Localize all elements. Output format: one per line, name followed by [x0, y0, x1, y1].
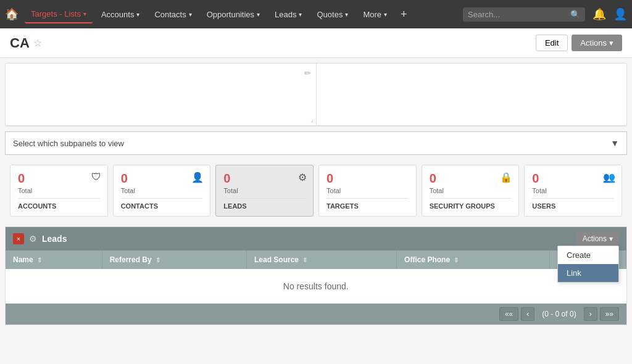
sort-icon[interactable]: ⇕ — [454, 257, 459, 263]
pagination-info: (0 - 0 of 0) — [537, 310, 581, 318]
chevron-down-icon: ▾ — [136, 11, 139, 18]
sort-icon[interactable]: ⇕ — [37, 257, 42, 263]
description-left-panel: ✏ ⌟ — [6, 64, 317, 125]
accounts-count: 0 — [18, 172, 100, 186]
nav-contacts[interactable]: Contacts ▾ — [148, 6, 198, 23]
subpanel-selector: Select which subpanels to view ▼ — [5, 131, 627, 155]
targets-count: 0 — [326, 172, 409, 186]
security-groups-count: 0 — [430, 172, 512, 186]
description-right-panel — [317, 64, 627, 125]
chevron-down-icon: ▾ — [257, 11, 260, 18]
leads-actions-button[interactable]: Actions ▾ — [576, 232, 619, 246]
close-icon: × — [17, 235, 20, 242]
pagination-prev-button[interactable]: ‹ — [521, 307, 534, 321]
shield-icon: 🛡 — [91, 172, 101, 183]
edit-pencil-icon[interactable]: ✏ — [304, 68, 311, 78]
col-referred-by: Referred By ⇕ — [102, 250, 246, 269]
subpanel-selector-label: Select which subpanels to view — [13, 139, 124, 148]
subpanel-cards-container: 🛡 0 Total ACCOUNTS 👤 0 Total CONTACTS ⚙ … — [5, 160, 627, 221]
accounts-card-name: ACCOUNTS — [18, 198, 100, 210]
chevron-down-icon: ▾ — [384, 11, 387, 18]
leads-gear-icon[interactable]: ⚙ — [29, 234, 37, 244]
nav-targets-lists[interactable]: Targets - Lists ▾ — [25, 6, 93, 23]
edit-button[interactable]: Edit — [536, 35, 568, 51]
card-targets[interactable]: 0 Total TARGETS — [318, 165, 417, 217]
targets-card-name: TARGETS — [326, 198, 409, 210]
gear-icon: ⚙ — [298, 172, 307, 183]
nav-quotes[interactable]: Quotes ▾ — [310, 6, 354, 23]
pagination-next-button[interactable]: › — [584, 307, 597, 321]
actions-button[interactable]: Actions ▾ — [572, 35, 622, 51]
no-results-message: No results found. — [6, 269, 626, 304]
page-header: CA ☆ Edit Actions ▾ — [0, 28, 632, 58]
users-card-name: USERS — [532, 198, 614, 210]
leads-table: Name ⇕ Referred By ⇕ Lead Source ⇕ Offic… — [6, 250, 626, 304]
search-input[interactable] — [468, 10, 567, 19]
contacts-count: 0 — [121, 172, 203, 186]
security-groups-total-label: Total — [430, 187, 512, 194]
dropdown-link[interactable]: Link — [558, 264, 618, 282]
search-bar: 🔍 — [463, 7, 585, 22]
nav-more[interactable]: More ▾ — [357, 6, 393, 23]
users-count: 0 — [532, 172, 614, 186]
nav-opportunities[interactable]: Opportunities ▾ — [201, 6, 266, 23]
pagination-last-button[interactable]: »» — [600, 307, 619, 321]
chevron-down-icon: ▾ — [189, 11, 192, 18]
col-office-phone: Office Phone ⇕ — [397, 250, 549, 269]
home-icon[interactable]: 🏠 — [5, 7, 19, 21]
add-button[interactable]: + — [396, 6, 412, 23]
users-total-label: Total — [532, 187, 614, 194]
card-security-groups[interactable]: 🔒 0 Total SECURITY GROUPS — [422, 165, 520, 217]
card-accounts[interactable]: 🛡 0 Total ACCOUNTS — [10, 165, 108, 217]
pagination-first-button[interactable]: «« — [499, 307, 518, 321]
targets-total-label: Total — [326, 187, 409, 194]
accounts-total-label: Total — [18, 187, 100, 194]
search-icon[interactable]: 🔍 — [570, 10, 580, 19]
contacts-total-label: Total — [121, 187, 203, 194]
nav-leads[interactable]: Leads ▾ — [268, 6, 308, 23]
leads-card-name: LEADS — [223, 198, 306, 210]
leads-total-label: Total — [223, 187, 306, 194]
resize-handle[interactable]: ⌟ — [310, 116, 314, 123]
user-avatar[interactable]: 👤 — [613, 7, 627, 21]
card-leads[interactable]: ⚙ 0 Total LEADS — [215, 165, 314, 217]
nav-accounts[interactable]: Accounts ▾ — [95, 6, 146, 23]
leads-subpanel-header: × ⚙ Leads Actions ▾ Create Link — [6, 227, 626, 250]
chevron-down-icon: ▾ — [609, 234, 613, 243]
card-contacts[interactable]: 👤 0 Total CONTACTS — [113, 165, 211, 217]
users-icon: 👥 — [603, 172, 615, 183]
contacts-card-name: CONTACTS — [121, 198, 203, 210]
chevron-down-icon: ▾ — [609, 38, 613, 48]
person-icon: 👤 — [191, 172, 204, 183]
dropdown-create[interactable]: Create — [558, 246, 618, 264]
sort-icon[interactable]: ⇕ — [156, 257, 160, 263]
card-users[interactable]: 👥 0 Total USERS — [524, 165, 622, 217]
leads-subpanel-title: Leads — [42, 234, 67, 244]
notifications-icon[interactable]: 🔔 — [592, 7, 606, 21]
chevron-down-icon: ▾ — [345, 11, 348, 18]
chevron-down-icon: ▾ — [83, 10, 86, 17]
page-title: CA — [10, 35, 30, 51]
actions-dropdown: Create Link — [557, 246, 619, 283]
chevron-down-icon: ▾ — [299, 11, 302, 18]
top-navigation: 🏠 Targets - Lists ▾ Accounts ▾ Contacts … — [0, 0, 632, 28]
favorite-icon[interactable]: ☆ — [33, 37, 42, 49]
lock-icon: 🔒 — [500, 172, 512, 183]
subpanel-toggle-icon[interactable]: ▼ — [610, 138, 619, 148]
col-lead-source: Lead Source ⇕ — [246, 250, 396, 269]
security-groups-card-name: SECURITY GROUPS — [430, 198, 512, 210]
record-detail-area: ✏ ⌟ — [5, 63, 627, 126]
col-name: Name ⇕ — [6, 250, 102, 269]
leads-count: 0 — [223, 172, 306, 186]
leads-close-button[interactable]: × — [13, 233, 24, 244]
leads-subpanel: × ⚙ Leads Actions ▾ Create Link Name ⇕ — [5, 226, 627, 325]
pagination-bar: «« ‹ (0 - 0 of 0) › »» — [6, 304, 626, 325]
sort-icon[interactable]: ⇕ — [302, 257, 307, 263]
